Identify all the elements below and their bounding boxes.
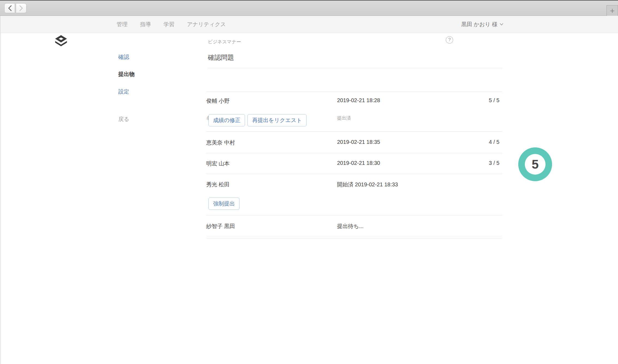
column-header-submitted: 提出済 (337, 115, 351, 121)
score: 3 / 5 (489, 160, 499, 166)
screen: + 管理 指導 学習 アナリティクス ? 黒田 かおり 様 確認 提出物 設定 … (0, 0, 618, 364)
student-name: 秀光 松田 (206, 181, 230, 188)
main-content: ビジネスマナー 確認問題 名前 提出済 俊輔 小野 2019-02-21 18:… (206, 33, 502, 333)
table-row: 恵美奈 中村 2019-02-21 18:35 4 / 5 (206, 139, 502, 146)
page-title: 確認問題 (208, 53, 234, 62)
user-menu[interactable]: 黒田 かおり 様 (461, 16, 503, 33)
student-name: 紗智子 黒田 (206, 223, 235, 230)
window-left-edge (0, 16, 1, 364)
nav-item-analytics[interactable]: アナリティクス (187, 21, 226, 28)
sidebar-item-confirm[interactable]: 確認 (118, 53, 129, 61)
table-row: 紗智子 黒田 提出待ち... (206, 223, 502, 230)
sidebar-item-submissions[interactable]: 提出物 (118, 71, 135, 78)
score: 4 / 5 (489, 139, 499, 145)
app-header: 管理 指導 学習 アナリティクス ? 黒田 かおり 様 (0, 16, 618, 33)
chevron-down-icon (500, 23, 503, 26)
student-name: 恵美奈 中村 (206, 139, 235, 146)
force-submit-button[interactable]: 強制提出 (208, 198, 240, 210)
sidebar-back-link[interactable]: 戻る (118, 116, 129, 123)
browser-back-button[interactable] (4, 3, 15, 13)
submitted-time: 開始済 2019-02-21 18:33 (337, 181, 398, 188)
divider (206, 153, 502, 153)
main-nav: 管理 指導 学習 アナリティクス (117, 16, 226, 33)
table-row: 俊輔 小野 2019-02-21 18:28 5 / 5 (206, 97, 502, 105)
divider (208, 68, 502, 68)
fix-grade-button[interactable]: 成績の修正 (208, 114, 245, 126)
divider (206, 215, 502, 216)
table-row: 明宏 山本 2019-02-21 18:30 3 / 5 (206, 160, 502, 167)
row-actions: 成績の修正 再提出をリクエスト (208, 114, 307, 126)
new-tab-button[interactable]: + (607, 5, 618, 16)
request-resubmission-button[interactable]: 再提出をリクエスト (247, 114, 307, 126)
browser-forward-button[interactable] (16, 3, 26, 13)
plus-icon: + (610, 7, 615, 15)
user-name: 黒田 かおり 様 (461, 21, 498, 28)
nav-item-learning[interactable]: 学習 (163, 21, 174, 28)
divider (206, 236, 502, 236)
nav-item-guidance[interactable]: 指導 (140, 21, 151, 28)
score: 5 / 5 (489, 97, 499, 104)
table-row: 秀光 松田 開始済 2019-02-21 18:33 (206, 181, 502, 188)
divider (206, 174, 502, 174)
submitted-time: 2019-02-21 18:35 (337, 139, 380, 145)
sidebar-item-settings[interactable]: 設定 (118, 88, 129, 95)
breadcrumb: ビジネスマナー (208, 39, 241, 45)
chevron-left-icon (8, 5, 12, 11)
nav-item-admin[interactable]: 管理 (117, 21, 128, 28)
divider (206, 92, 502, 92)
step-badge-number: 5 (525, 154, 546, 175)
submitted-time: 2019-02-21 18:28 (337, 97, 380, 104)
student-name: 俊輔 小野 (206, 97, 230, 105)
row-actions: 強制提出 (208, 198, 240, 210)
divider (206, 131, 502, 132)
app-logo-layers-icon[interactable] (54, 34, 68, 47)
student-name: 明宏 山本 (206, 160, 230, 167)
submitted-time: 2019-02-21 18:30 (337, 160, 380, 166)
browser-chrome: + (0, 0, 618, 16)
submitted-time: 提出待ち... (337, 223, 363, 230)
divider (206, 238, 502, 238)
chevron-right-icon (19, 5, 23, 11)
step-badge: 5 (518, 147, 552, 181)
